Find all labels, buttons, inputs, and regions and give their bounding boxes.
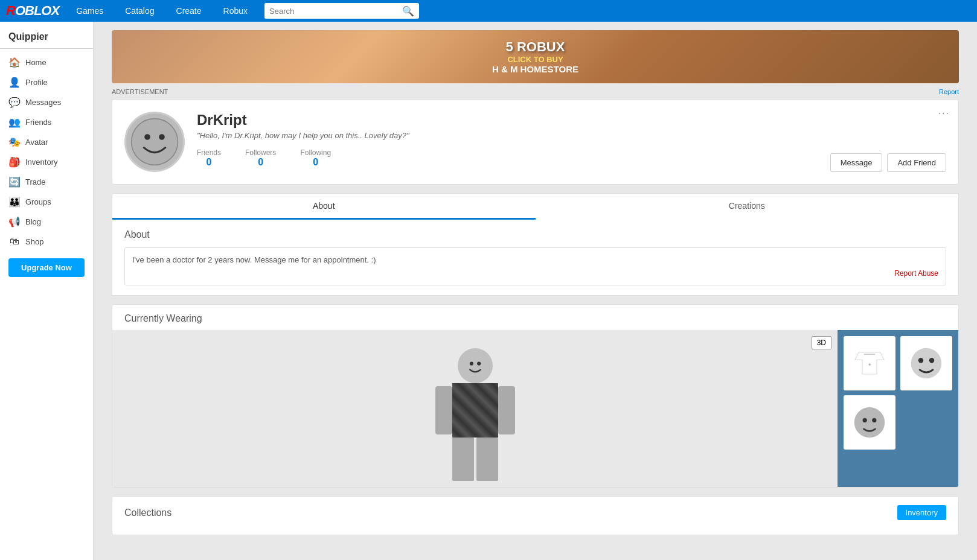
avatar-icon: 🎭 [8,136,21,148]
ad-robux-text: 5 ROBUX [492,39,578,55]
ad-store-name: H & M HOMESTORE [492,64,578,74]
nav-catalog[interactable]: Catalog [114,0,165,22]
svg-point-10 [918,358,923,363]
avatar-left-arm [435,386,452,434]
sidebar-item-groups[interactable]: 👪 Groups [0,192,93,212]
sidebar-item-label-inventory: Inventory [25,158,57,167]
sidebar-item-inventory[interactable]: 🎒 Inventory [0,152,93,172]
svg-point-13 [863,418,867,422]
avatar-legs [452,438,498,481]
ad-label: ADVERTISEMENT [112,88,168,95]
add-friend-button[interactable]: Add Friend [887,153,946,172]
wearing-item-head[interactable] [844,395,895,450]
avatar-face [462,352,489,379]
svg-point-9 [911,348,941,378]
avatar-image [130,118,179,166]
wearing-item-face[interactable] [900,336,952,390]
avatar-3d-view: 3D [112,330,838,487]
sidebar-item-profile[interactable]: 👤 Profile [0,72,93,92]
3d-toggle-button[interactable]: 3D [812,336,831,349]
shirt-icon: ✦ [851,345,888,381]
home-icon: 🏠 [8,57,21,68]
report-abuse-link[interactable]: Report Abuse [132,269,938,278]
svg-point-14 [872,418,876,422]
svg-point-1 [144,134,150,140]
groups-icon: 👪 [8,196,21,208]
friends-stat: Friends 0 [197,148,221,168]
about-description-box: I've been a doctor for 2 years now. Mess… [124,247,946,285]
wearing-items-grid: ✦ [838,330,958,487]
ad-click-text: CLICK TO BUY [492,55,578,64]
messages-icon: 💬 [8,97,21,108]
friends-label: Friends [197,148,221,157]
avatar [124,112,185,172]
sidebar-item-friends[interactable]: 👥 Friends [0,112,93,132]
page-wrap: Quippier 🏠 Home 👤 Profile 💬 Messages 👥 F… [0,22,977,560]
sidebar-item-shop[interactable]: 🛍 Shop [0,232,93,251]
search-bar: 🔍 [264,3,419,19]
head-icon [851,404,888,441]
sidebar-item-label-shop: Shop [25,237,43,246]
tab-creations[interactable]: Creations [536,194,959,220]
upgrade-now-button[interactable]: Upgrade Now [8,258,85,277]
avatar-right-leg [476,438,498,481]
friends-value: 0 [197,157,221,168]
svg-point-5 [477,361,481,365]
tab-about[interactable]: About [112,194,536,220]
search-button[interactable]: 🔍 [397,5,419,17]
avatar-figure [435,348,515,481]
collections-header: Collections Inventory [124,505,946,520]
sidebar-item-home[interactable]: 🏠 Home [0,52,93,72]
inventory-button[interactable]: Inventory [897,505,946,520]
wearing-title: Currently Wearing [112,305,958,330]
following-label: Following [300,148,331,157]
svg-text:✦: ✦ [868,361,872,368]
top-navigation: ROBLOX Games Catalog Create Robux 🔍 [0,0,977,22]
sidebar-item-avatar[interactable]: 🎭 Avatar [0,132,93,152]
sidebar-item-label-avatar: Avatar [25,138,48,147]
about-description: I've been a doctor for 2 years now. Mess… [132,255,376,264]
about-title: About [124,229,946,240]
sidebar-username: Quippier [0,28,93,49]
inventory-icon: 🎒 [8,156,21,168]
svg-point-0 [132,119,178,165]
collections-section: Collections Inventory [112,496,959,535]
nav-games[interactable]: Games [65,0,114,22]
sidebar-item-blog[interactable]: 📢 Blog [0,212,93,232]
main-content: 5 ROBUX CLICK TO BUY H & M HOMESTORE ADV… [94,22,977,560]
sidebar-item-label-friends: Friends [25,118,51,127]
svg-point-2 [159,134,165,140]
sidebar-item-label-profile: Profile [25,78,48,87]
ad-label-row: ADVERTISEMENT Report [112,88,959,95]
following-value: 0 [300,157,331,168]
sidebar-item-label-trade: Trade [25,177,45,186]
trade-icon: 🔄 [8,176,21,188]
avatar-body-group [435,383,515,438]
ad-banner[interactable]: 5 ROBUX CLICK TO BUY H & M HOMESTORE [112,30,959,83]
profile-bio: "Hello, I'm Dr.Kript, how may I help you… [197,131,946,140]
currently-wearing-section: Currently Wearing 3D [112,304,959,488]
ad-report-link[interactable]: Report [939,88,959,95]
nav-create[interactable]: Create [165,0,213,22]
more-options-button[interactable]: ··· [938,108,950,119]
nav-robux[interactable]: Robux [213,0,258,22]
blog-icon: 📢 [8,216,21,228]
nav-links: Games Catalog Create Robux [65,0,258,22]
roblox-logo[interactable]: ROBLOX [6,3,59,19]
wearing-item-shirt[interactable]: ✦ [844,336,895,390]
profile-icon: 👤 [8,77,21,88]
wearing-content: 3D [112,330,958,487]
followers-label: Followers [245,148,276,157]
profile-tabs: About Creations [112,193,959,220]
following-stat: Following 0 [300,148,331,168]
sidebar-item-messages[interactable]: 💬 Messages [0,92,93,112]
about-section: About I've been a doctor for 2 years now… [112,220,959,296]
profile-actions: Message Add Friend [830,153,946,172]
sidebar-item-trade[interactable]: 🔄 Trade [0,172,93,192]
ad-text-block: 5 ROBUX CLICK TO BUY H & M HOMESTORE [492,39,578,74]
face-icon [908,345,944,381]
search-input[interactable] [264,3,397,19]
message-button[interactable]: Message [830,153,883,172]
collections-title: Collections [124,508,171,518]
svg-point-4 [469,361,473,365]
